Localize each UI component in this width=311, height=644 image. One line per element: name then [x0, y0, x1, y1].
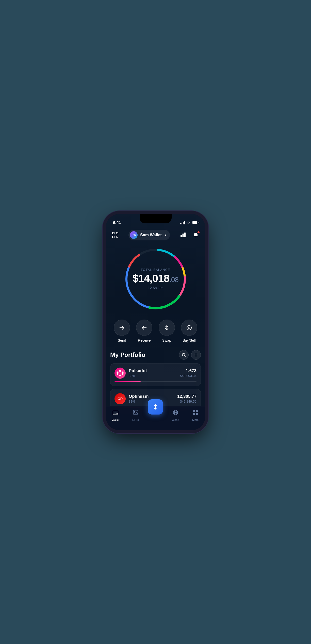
center-action-icon[interactable] — [148, 399, 163, 415]
svg-rect-8 — [182, 234, 184, 237]
phone-screen: 9:41 — [106, 214, 205, 430]
phone-frame: 9:41 — [106, 214, 205, 430]
receive-label: Receive — [138, 338, 151, 342]
status-icons — [180, 221, 198, 224]
swap-action[interactable]: Swap — [159, 320, 175, 342]
wallet-name: Sam Wallet — [140, 233, 162, 237]
assets-count: 12 Assets — [133, 286, 178, 290]
polkadot-info: Polkadot 32% — [129, 368, 177, 378]
balance-circle-section: TOTAL BALANCE $14,018.08 12 Assets — [106, 243, 205, 317]
svg-rect-9 — [184, 233, 186, 237]
svg-text:$: $ — [188, 326, 190, 329]
svg-rect-35 — [133, 410, 138, 414]
nav-web3[interactable]: Web3 — [168, 409, 183, 421]
wifi-icon — [186, 221, 190, 224]
buysell-icon: $ — [181, 320, 197, 336]
balance-amount: $14,018.08 — [133, 273, 178, 284]
web3-icon — [172, 409, 178, 417]
header-right — [178, 230, 200, 240]
svg-line-24 — [185, 355, 186, 356]
balance-circle: TOTAL BALANCE $14,018.08 12 Assets — [123, 246, 189, 312]
portfolio-search-button[interactable] — [179, 350, 189, 360]
scan-icon[interactable] — [111, 230, 120, 240]
svg-rect-2 — [112, 236, 114, 238]
more-icon — [192, 409, 199, 417]
svg-point-32 — [122, 373, 124, 375]
swap-label: Swap — [162, 338, 171, 342]
notch — [140, 214, 172, 223]
optimism-amount: 12,305.77 — [177, 394, 197, 399]
send-action[interactable]: Send — [114, 320, 130, 342]
portfolio-add-button[interactable] — [191, 350, 201, 360]
svg-point-27 — [119, 370, 121, 372]
svg-point-29 — [117, 371, 119, 373]
wallet-nav-label: Wallet — [112, 418, 119, 421]
chart-icon[interactable] — [178, 230, 188, 240]
optimism-name: Optimism — [129, 394, 174, 399]
more-nav-label: More — [192, 418, 199, 421]
svg-rect-1 — [116, 232, 118, 234]
polkadot-progress-bar — [114, 381, 197, 382]
polkadot-icon — [114, 368, 126, 379]
svg-rect-7 — [181, 235, 182, 237]
nav-wallet[interactable]: Wallet — [108, 409, 123, 421]
nav-nfts[interactable]: NFTs — [128, 409, 143, 421]
wallet-icon — [112, 409, 119, 417]
optimism-values: 12,305.77 $42,149.56 — [177, 394, 197, 403]
svg-rect-42 — [196, 410, 198, 412]
balance-label: TOTAL BALANCE — [133, 268, 178, 272]
nav-more[interactable]: More — [188, 409, 203, 421]
send-icon — [114, 320, 130, 336]
header: SW Sam Wallet ▾ — [106, 228, 205, 243]
buysell-label: Buy/Sell — [183, 338, 195, 342]
optimism-icon: OP — [114, 393, 126, 404]
polkadot-values: 1.673 $43,003.34 — [180, 368, 197, 378]
polkadot-card[interactable]: Polkadot 32% 1.673 $43,003.34 — [110, 363, 201, 386]
buysell-action[interactable]: $ Buy/Sell — [181, 320, 197, 342]
polkadot-name: Polkadot — [129, 368, 177, 373]
portfolio-header: My Portfolio — [110, 350, 201, 360]
notification-badge — [197, 231, 200, 234]
swap-icon — [159, 320, 175, 336]
status-time: 9:41 — [113, 220, 121, 225]
receive-action[interactable]: Receive — [136, 320, 152, 342]
portfolio-title: My Portfolio — [110, 351, 145, 358]
svg-rect-34 — [117, 413, 118, 414]
optimism-usd: $42,149.56 — [177, 400, 197, 403]
polkadot-percent: 32% — [129, 374, 177, 378]
svg-point-31 — [117, 373, 119, 375]
nav-center[interactable] — [148, 404, 163, 415]
nfts-icon — [133, 409, 139, 417]
polkadot-row: Polkadot 32% 1.673 $43,003.34 — [114, 368, 197, 379]
receive-icon — [136, 320, 152, 336]
balance-inner: TOTAL BALANCE $14,018.08 12 Assets — [133, 268, 178, 290]
svg-rect-41 — [193, 410, 195, 412]
nfts-nav-label: NFTs — [132, 418, 139, 421]
svg-rect-0 — [112, 232, 114, 234]
send-label: Send — [118, 338, 126, 342]
battery-icon — [192, 221, 198, 224]
polkadot-amount: 1.673 — [180, 368, 197, 373]
notification-bell-icon[interactable] — [191, 230, 200, 240]
svg-point-30 — [122, 371, 124, 373]
web3-nav-label: Web3 — [172, 418, 179, 421]
svg-rect-43 — [193, 413, 195, 415]
bottom-nav: Wallet NFTs — [106, 406, 205, 430]
avatar: SW — [130, 231, 138, 239]
svg-point-36 — [134, 411, 135, 412]
action-buttons: Send Receive — [106, 317, 205, 350]
svg-point-28 — [119, 374, 121, 376]
svg-rect-44 — [196, 413, 198, 415]
chevron-down-icon: ▾ — [165, 233, 166, 237]
signal-icon — [180, 221, 185, 224]
portfolio-actions — [179, 350, 201, 360]
polkadot-usd: $43,003.34 — [180, 374, 197, 378]
wallet-selector[interactable]: SW Sam Wallet ▾ — [128, 230, 170, 240]
